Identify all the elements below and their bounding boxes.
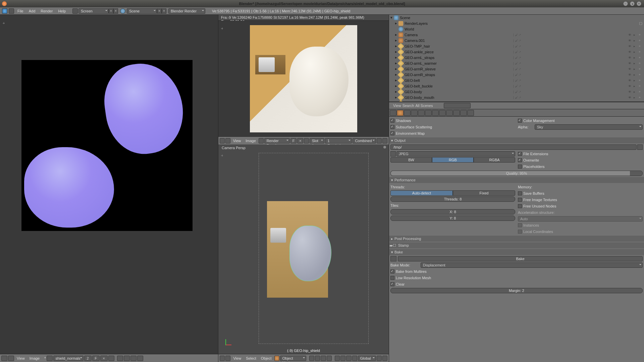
menu-help[interactable]: Help [55,9,68,13]
bake-header[interactable]: Bake [389,249,644,255]
outliner[interactable]: ▾Scene ▸RenderLayers▢ World ▸Camera| 🖌 ↗… [389,15,644,102]
editor-type-icon[interactable] [1,356,7,361]
format-icon[interactable] [390,151,396,157]
pin-icon[interactable] [304,138,309,143]
overwrite-check[interactable] [518,158,522,162]
snap-icon[interactable] [377,356,382,361]
tab-render[interactable] [397,110,404,116]
visibility-icon[interactable] [628,84,633,88]
tiles-y[interactable]: Y: 8 [390,216,515,221]
paint-icon[interactable] [130,356,137,361]
visibility-icon[interactable] [628,55,633,60]
image-unlink[interactable]: × [100,356,108,361]
tab-object[interactable] [418,110,425,116]
tri-icon[interactable] [9,8,14,14]
freenode-check[interactable] [518,204,522,208]
visibility-icon[interactable] [628,38,633,43]
select-icon[interactable] [634,61,638,66]
menu-view[interactable]: View [231,356,243,360]
outliner-item[interactable]: ▸Camera| 🖌 ↗▫ [389,32,644,38]
select-icon[interactable] [634,67,638,71]
render-icon[interactable]: ▫ [639,50,644,54]
select-icon[interactable] [634,44,638,49]
scene-add[interactable]: + [157,8,162,14]
outliner-item[interactable]: ▸GEO-TMP_hair| 🖌 ↗▫ [389,43,644,49]
pin-icon[interactable] [108,356,114,361]
render-icon[interactable]: ▫ [639,78,644,83]
menu-view[interactable]: View [393,104,401,108]
fext-check[interactable] [518,152,522,156]
mode-icon[interactable] [274,356,279,361]
tri-icon[interactable] [8,356,14,361]
render-icon[interactable]: ▫ [639,55,644,60]
tab-modifiers[interactable] [432,110,439,116]
select-icon[interactable] [634,33,638,37]
render-icon[interactable]: ▫ [639,95,644,100]
outliner-item[interactable]: ▸GEO-belt_buckle| 🖌 ↗▫ [389,83,644,89]
mode-dropdown[interactable]: Object Mode [280,356,306,361]
margin-field[interactable]: Margin: 2 [390,288,643,293]
threads-field[interactable]: Threads: 8 [390,196,515,202]
tab-world[interactable] [411,110,418,116]
clear-check[interactable] [390,282,394,286]
outliner-item[interactable]: ▸GEO-armR_sleeve| 🖌 ↗▫ [389,66,644,72]
visibility-icon[interactable] [628,78,633,83]
menu-object[interactable]: Object [259,356,274,360]
format-dropdown[interactable]: JPEG [396,151,515,157]
bakemode-dropdown[interactable]: Displacement [421,262,643,268]
select-icon[interactable] [634,84,638,88]
render-icon[interactable]: ▫ [639,38,644,43]
render-image-name[interactable]: Render Result [264,138,290,143]
scale-icon[interactable] [352,356,357,361]
menu-file[interactable]: File [15,9,26,13]
menu-add[interactable]: Add [26,9,38,13]
fixed-button[interactable]: Fixed [453,190,515,196]
placeholders-check[interactable] [518,165,522,169]
render-icon[interactable]: ▫ [639,89,644,94]
render-unlink[interactable]: × [297,138,303,143]
tab-scene[interactable] [390,110,396,116]
tab-constraints[interactable] [425,110,432,116]
menu-image[interactable]: Image [28,356,42,360]
stamp-header[interactable]: ▸ ☐Stamp [389,242,644,248]
select-icon[interactable] [634,89,638,94]
postprocess-header[interactable]: Post Processing [389,236,644,242]
envmap-check[interactable] [390,131,394,135]
channel-icon[interactable] [137,356,143,361]
render-icon[interactable]: ▫ [639,72,644,77]
scene-dropdown[interactable]: Scene [127,8,157,14]
pass-dropdown[interactable]: Combined [353,138,376,143]
freeimg-check[interactable] [518,198,522,202]
visibility-icon[interactable] [628,44,633,49]
img-browse-icon[interactable] [259,138,264,143]
tab-data[interactable] [439,110,446,116]
tri-icon[interactable] [225,138,230,143]
bake-button[interactable]: Bake [398,256,643,261]
select-icon[interactable] [634,72,638,77]
render-f[interactable]: F [290,138,297,143]
performance-header[interactable]: Performance [389,177,644,183]
alpha-dropdown[interactable]: Sky [535,124,643,130]
menu-search[interactable]: Search [402,104,414,108]
3d-viewport[interactable]: Camera Persp (-9) GEO-hip_shield [218,144,389,354]
outliner-item[interactable]: ▸GEO-ankle_piece| 🖌 ↗▫ [389,49,644,55]
tab-physics[interactable] [467,110,474,116]
quality-slider[interactable]: Quality: 95% [390,171,643,176]
menu-view[interactable]: View [231,139,243,143]
visibility-icon[interactable] [628,89,633,94]
translate-icon[interactable] [340,356,345,361]
outliner-item[interactable]: ▸GEO-body| 🖌 ↗▫ [389,89,644,95]
screen-dropdown[interactable]: Screen [78,8,109,14]
shading-icon[interactable] [309,356,314,361]
close-button[interactable]: × [637,1,641,6]
image-users[interactable]: 2 [84,356,92,361]
select-icon[interactable] [634,50,638,54]
image-name[interactable]: shield_normals [53,356,84,361]
uvsync-icon[interactable] [124,356,130,361]
output-header[interactable]: Output [389,137,644,143]
visibility-icon[interactable] [628,33,633,37]
multires-check[interactable] [390,269,394,274]
scope-dropdown[interactable]: All Scenes [416,104,442,108]
maximize-button[interactable]: ⬥ [630,1,635,6]
render-icon[interactable]: ▫ [639,67,644,71]
